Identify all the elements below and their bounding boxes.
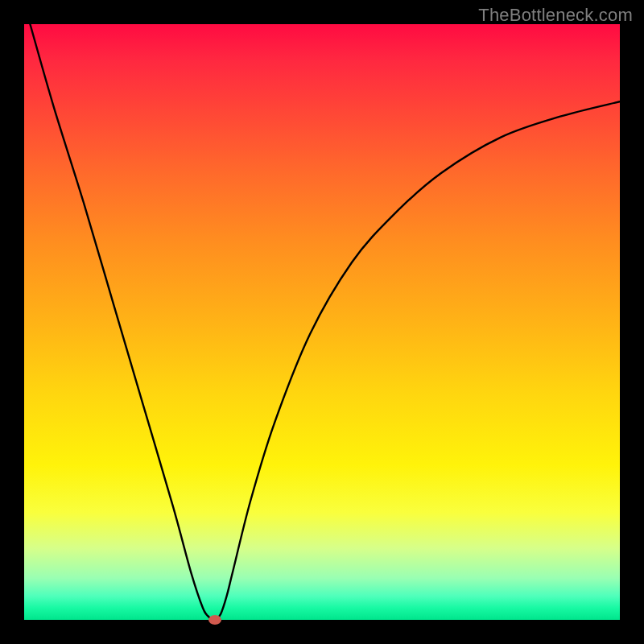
curve-svg — [24, 24, 620, 620]
minimum-marker — [208, 615, 221, 625]
watermark-text: TheBottleneck.com — [478, 5, 633, 26]
chart-frame: TheBottleneck.com — [0, 0, 644, 644]
plot-area — [24, 24, 620, 620]
bottleneck-curve — [30, 24, 620, 620]
